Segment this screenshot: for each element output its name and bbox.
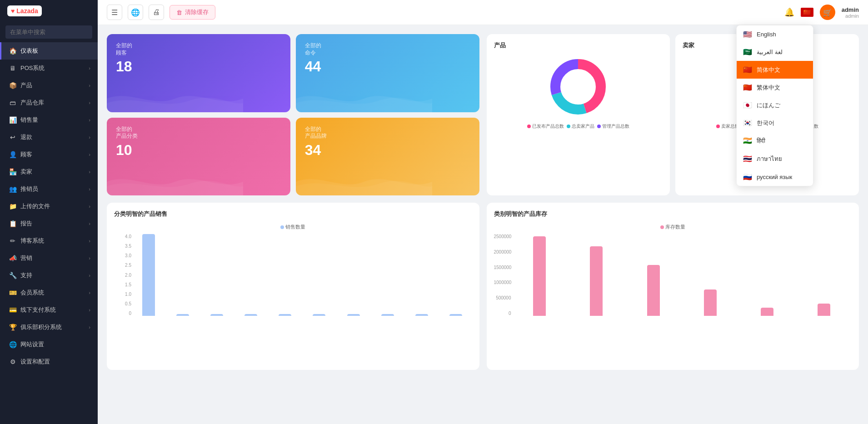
- flag-button[interactable]: 🇨🇳: [801, 8, 813, 17]
- menu-button[interactable]: ☰: [107, 5, 122, 20]
- product-chart-legend: 已发布产品总数 总卖家产品 管理产品总数: [527, 123, 629, 130]
- stat-card-brands: 全部的产品品牌 34: [296, 118, 479, 196]
- bar-item: [371, 234, 404, 316]
- notification-bell-icon[interactable]: 🔔: [784, 7, 794, 17]
- inventory-y-axis: 0 500000 1000000 1500000 2000000 2500000: [494, 234, 511, 316]
- product-legend-seller: 总卖家产品: [567, 123, 594, 130]
- sidebar-item-website[interactable]: 🌐 网站设置: [0, 336, 98, 353]
- clear-cache-icon: 🗑: [176, 9, 182, 16]
- lang-label: 繁体中文: [757, 84, 780, 92]
- chevron-right-icon: ›: [89, 238, 90, 244]
- bar: [347, 314, 360, 316]
- sidebar-item-club[interactable]: 🏆 俱乐部积分系统 ›: [0, 319, 98, 336]
- sales-chart-legend: 销售数量: [114, 224, 472, 230]
- sidebar-item-settings[interactable]: ⚙ 设置和配置: [0, 353, 98, 370]
- sidebar-item-label: 推销员: [20, 185, 38, 193]
- sidebar-item-marketing[interactable]: 📣 营销 ›: [0, 249, 98, 267]
- lang-item-ru[interactable]: 🇷🇺 русский язык: [737, 168, 813, 186]
- bar: [279, 314, 291, 316]
- sidebar-item-left: ✏ 博客系统: [9, 237, 44, 245]
- chevron-right-icon: ›: [89, 290, 90, 295]
- clear-cache-button[interactable]: 🗑 清除缓存: [170, 5, 215, 20]
- sidebar-item-dashboard[interactable]: 🏠 仪表板: [0, 42, 98, 60]
- inventory-legend-label: 库存数量: [665, 224, 685, 230]
- lang-item-th[interactable]: 🇹🇭 ภาษาไทย: [737, 150, 813, 168]
- chevron-right-icon: ›: [89, 169, 90, 175]
- bar-item: [512, 234, 567, 316]
- sidebar-item-label: 线下支付系统: [20, 306, 56, 314]
- bar: [761, 308, 773, 316]
- chevron-right-icon: ›: [89, 117, 90, 123]
- sidebar-item-left: 🎫 会员系统: [9, 289, 44, 297]
- legend-label: 总卖家产品: [572, 123, 594, 130]
- legend-dot: [567, 125, 570, 128]
- lang-item-ar[interactable]: 🇸🇦 لغة العربية: [737, 43, 813, 61]
- logo-box[interactable]: ♥ Lazada: [7, 5, 42, 16]
- bar-item: [337, 234, 369, 316]
- sidebar-item-warehouse[interactable]: 🗃 产品仓库 ›: [0, 94, 98, 111]
- sidebar-item-left: 📦 产品: [9, 81, 32, 90]
- sidebar-icon: 🎫: [9, 289, 17, 296]
- sidebar-icon: ↩: [9, 134, 17, 141]
- sidebar-item-upload[interactable]: 📁 上传的文件 ›: [0, 198, 98, 215]
- cart-button[interactable]: 🛒: [820, 5, 835, 20]
- sales-bar-chart: 0 0.5 1.0 1.5 2.0 2.5 3.0 3.5 4.0: [114, 234, 472, 325]
- sidebar-item-pos[interactable]: 🖥 POS系统 ›: [0, 60, 98, 77]
- sidebar-item-support[interactable]: 🔧 支持 ›: [0, 267, 98, 284]
- bar: [647, 265, 660, 316]
- lang-item-ja[interactable]: 🇯🇵 にほんご: [737, 96, 813, 114]
- sidebar-item-product[interactable]: 📦 产品 ›: [0, 77, 98, 94]
- main-area: ☰ 🌐 🖨 🗑 清除缓存 🔔 🇨🇳 🛒 admin admin 🇺🇸 Engli…: [98, 0, 868, 424]
- product-legend-managed: 管理产品总数: [597, 123, 629, 130]
- bar-item: [740, 234, 795, 316]
- sidebar-item-left: 🌐 网站设置: [9, 340, 44, 349]
- sidebar-item-seller[interactable]: 🏪 卖家 ›: [0, 163, 98, 180]
- bar: [704, 289, 717, 316]
- sidebar-item-promoter[interactable]: 👥 推销员 ›: [0, 180, 98, 198]
- sidebar-item-left: 📊 销售量: [9, 116, 38, 124]
- lang-item-en[interactable]: 🇺🇸 English: [737, 25, 813, 43]
- sidebar-item-report[interactable]: 📋 报告 ›: [0, 215, 98, 232]
- sidebar-logo: ♥ Lazada: [0, 0, 98, 22]
- sidebar-icon: 📊: [9, 116, 17, 124]
- language-dropdown: 🇺🇸 English 🇸🇦 لغة العربية 🇨🇳 简体中文 🇨🇳 繁体中…: [736, 25, 813, 186]
- sidebar-icon: 🌐: [9, 341, 17, 348]
- product-chart-title: 产品: [494, 41, 663, 50]
- chevron-right-icon: ›: [89, 255, 90, 261]
- flag-icon: 🇸🇦: [743, 48, 752, 56]
- bar: [210, 314, 223, 316]
- lang-label: 한국어: [757, 119, 774, 127]
- sidebar: ♥ Lazada 🏠 仪表板 🖥 POS系统 › 📦 产品 › 🗃 产品仓库 ›…: [0, 0, 98, 424]
- sidebar-item-customer[interactable]: 👤 顾客 ›: [0, 146, 98, 163]
- sidebar-icon: 👤: [9, 151, 17, 158]
- lang-item-ko[interactable]: 🇰🇷 한국어: [737, 114, 813, 132]
- bar: [176, 314, 189, 316]
- bar: [313, 314, 325, 316]
- sales-legend-item: 销售数量: [280, 224, 305, 230]
- sidebar-item-sales[interactable]: 📊 销售量 ›: [0, 111, 98, 129]
- lang-item-zh_tw[interactable]: 🇨🇳 繁体中文: [737, 79, 813, 96]
- user-info[interactable]: admin admin: [842, 6, 859, 19]
- bar-item: [166, 234, 199, 316]
- product-donut-container: 已发布产品总数 总卖家产品 管理产品总数: [494, 55, 663, 188]
- sidebar-item-membership[interactable]: 🎫 会员系统 ›: [0, 284, 98, 301]
- sidebar-item-left: ↩ 退款: [9, 133, 32, 141]
- sidebar-item-left: 👥 推销员: [9, 185, 38, 193]
- bar-item: [269, 234, 301, 316]
- lang-item-zh_cn[interactable]: 🇨🇳 简体中文: [737, 61, 813, 79]
- print-button[interactable]: 🖨: [149, 5, 164, 20]
- sales-chart-title: 分类明智的产品销售: [114, 210, 472, 218]
- sidebar-item-refund[interactable]: ↩ 退款 ›: [0, 129, 98, 146]
- sidebar-item-offline[interactable]: 💳 线下支付系统 ›: [0, 301, 98, 319]
- legend-dot: [527, 125, 531, 128]
- bar-item: [797, 234, 852, 316]
- topbar-right: 🔔 🇨🇳 🛒 admin admin: [784, 5, 859, 20]
- sidebar-search-input[interactable]: [5, 25, 92, 39]
- stat-label: 全部的顾客: [116, 42, 281, 56]
- sidebar-icon: ⚙: [9, 358, 17, 365]
- sidebar-item-blog[interactable]: ✏ 博客系统 ›: [0, 232, 98, 249]
- flag-icon: 🇨🇳: [743, 83, 752, 92]
- sidebar-icon: 🏆: [9, 324, 17, 331]
- lang-item-hi[interactable]: 🇮🇳 हिंदी: [737, 132, 813, 150]
- globe-button[interactable]: 🌐: [128, 5, 143, 20]
